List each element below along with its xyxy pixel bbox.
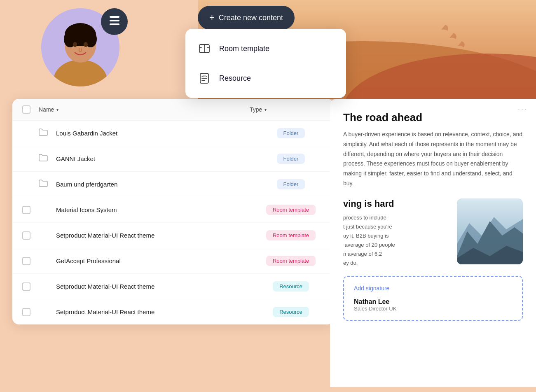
- svg-text:T: T: [203, 75, 204, 78]
- avatar-container: [41, 8, 124, 99]
- create-button-label: Create new content: [219, 14, 283, 22]
- table-row[interactable]: GANNI Jacket Folder: [12, 146, 334, 172]
- type-badge: Resource: [258, 307, 324, 317]
- signer-job-title: Sales Director UK: [354, 306, 512, 312]
- resource-option[interactable]: T Resource: [185, 63, 346, 93]
- table-row[interactable]: Setproduct Material-UI React theme Resou…: [12, 299, 334, 324]
- svg-rect-14: [110, 23, 119, 25]
- item-name: Baum und pferdgarten: [56, 181, 250, 188]
- right-content-panel: ··· The road ahead A buyer-driven experi…: [330, 99, 536, 387]
- type-badge: Room template: [258, 205, 324, 215]
- type-badge: Resource: [258, 281, 324, 292]
- folder-icon: [39, 154, 48, 163]
- section2-text: ving is hard process to include t just b…: [343, 198, 449, 268]
- table-header: Name ▾ Type ▾: [12, 99, 334, 121]
- mountain-image: [457, 198, 523, 264]
- room-template-option[interactable]: Room template: [185, 34, 346, 63]
- table-row[interactable]: Setproduct Material-UI React theme Room …: [12, 223, 334, 248]
- room-template-label: Room template: [219, 44, 269, 53]
- row-checkbox[interactable]: [22, 308, 30, 316]
- plus-icon: +: [209, 12, 215, 23]
- add-signature-button[interactable]: Add signature: [354, 285, 512, 292]
- row-checkbox[interactable]: [22, 231, 30, 240]
- create-content-dropdown: Room template T Resource: [185, 29, 346, 98]
- svg-rect-12: [110, 16, 119, 18]
- table-row[interactable]: GetAccept Professional Room template: [12, 248, 334, 274]
- row-checkbox[interactable]: [22, 257, 30, 265]
- table-row[interactable]: Baum und pferdgarten Folder: [12, 172, 334, 197]
- stack-icon: [108, 14, 121, 29]
- folder-icon: [39, 128, 48, 138]
- stack-icon-badge: [101, 8, 128, 35]
- resource-icon: T: [197, 71, 212, 86]
- folder-icon: [39, 180, 48, 189]
- name-column-header[interactable]: Name ▾: [39, 106, 241, 113]
- type-badge: Folder: [258, 154, 324, 164]
- row-checkbox[interactable]: [22, 206, 30, 214]
- create-new-content-button[interactable]: + Create new content: [198, 6, 295, 30]
- type-badge: Room template: [258, 230, 324, 240]
- table-row[interactable]: Setproduct Material-UI React theme Resou…: [12, 274, 334, 299]
- item-name: Material Icons System: [56, 206, 250, 213]
- section2-title: ving is hard: [343, 198, 449, 209]
- table-row[interactable]: Louis Gabardin Jacket Folder: [12, 121, 334, 146]
- signer-name: Nathan Lee: [354, 298, 512, 306]
- name-sort-icon: ▾: [56, 107, 59, 112]
- item-name: GANNI Jacket: [56, 155, 250, 162]
- select-all-checkbox[interactable]: [22, 105, 30, 114]
- resource-label: Resource: [219, 74, 251, 83]
- signature-section: Add signature Nathan Lee Sales Director …: [343, 276, 523, 321]
- item-name: Setproduct Material-UI React theme: [56, 283, 250, 290]
- section2: ving is hard process to include t just b…: [343, 198, 523, 268]
- row-checkbox[interactable]: [22, 282, 30, 291]
- item-name: GetAccept Professional: [56, 257, 250, 264]
- type-column-header[interactable]: Type ▾: [250, 106, 324, 113]
- svg-rect-13: [110, 20, 119, 21]
- table-row[interactable]: Material Icons System Room template: [12, 197, 334, 223]
- item-name: Setproduct Material-UI React theme: [56, 232, 250, 239]
- item-name: Louis Gabardin Jacket: [56, 130, 250, 137]
- room-template-icon: [197, 41, 212, 56]
- type-badge: Folder: [258, 179, 324, 189]
- svg-point-11: [84, 42, 88, 47]
- section2-description: process to include t just because you're…: [343, 213, 449, 268]
- type-badge: Folder: [258, 128, 324, 138]
- more-options-button[interactable]: ···: [518, 105, 528, 113]
- section1-description: A buyer-driven experience is based on re…: [343, 130, 523, 189]
- type-badge: Room template: [258, 256, 324, 266]
- content-table: Name ▾ Type ▾ Louis Gabardin Jacket Fold…: [12, 99, 334, 324]
- item-name: Setproduct Material-UI React theme: [56, 308, 250, 315]
- type-sort-icon: ▾: [264, 107, 267, 112]
- section1-title: The road ahead: [343, 111, 523, 124]
- svg-point-10: [73, 42, 77, 47]
